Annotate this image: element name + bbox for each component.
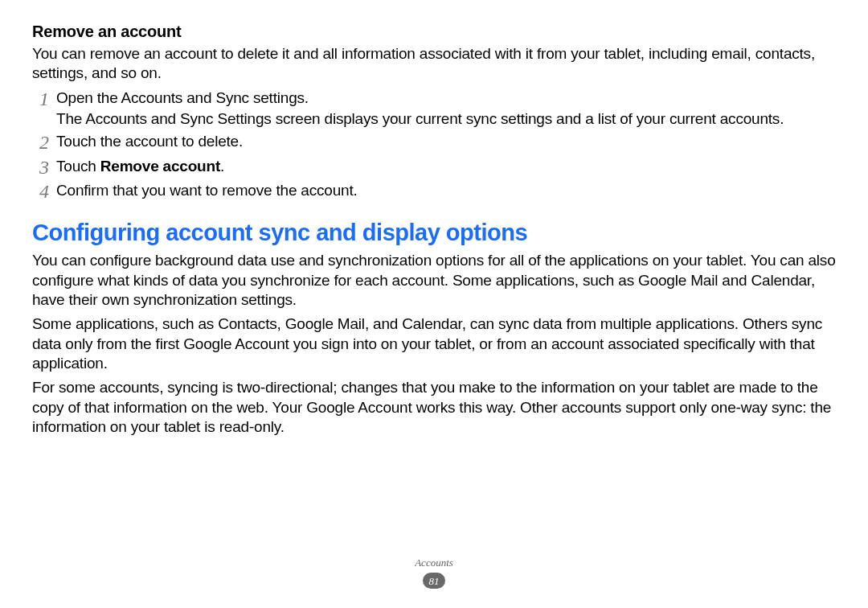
step-text: Confirm that you want to remove the acco…: [56, 181, 358, 200]
step-bold: Remove account: [100, 158, 220, 175]
step-subtext: The Accounts and Sync Settings screen di…: [56, 109, 784, 129]
remove-account-title: Remove an account: [32, 23, 836, 41]
page-content: Remove an account You can remove an acco…: [0, 0, 868, 437]
list-item: 2 Touch the account to delete.: [32, 132, 836, 153]
step-prefix: Touch: [56, 158, 100, 175]
config-para-3: For some accounts, syncing is two-direct…: [32, 378, 836, 437]
step-number: 1: [32, 88, 56, 109]
step-number: 4: [32, 181, 56, 202]
configuring-heading: Configuring account sync and display opt…: [32, 220, 836, 246]
step-number: 2: [32, 132, 56, 153]
list-item: 1 Open the Accounts and Sync settings. T…: [32, 88, 836, 129]
page-number: 81: [429, 576, 440, 586]
page-footer: Accounts 81: [0, 557, 868, 589]
list-item: 3 Touch Remove account.: [32, 157, 836, 178]
step-text: Touch Remove account.: [56, 157, 224, 176]
step-number: 3: [32, 157, 56, 178]
config-para-2: Some applications, such as Contacts, Goo…: [32, 314, 836, 373]
step-text: Open the Accounts and Sync settings. The…: [56, 88, 784, 129]
page-number-badge: 81: [423, 573, 445, 589]
step-suffix: .: [220, 158, 224, 175]
remove-account-steps: 1 Open the Accounts and Sync settings. T…: [32, 88, 836, 203]
config-para-1: You can configure background data use an…: [32, 251, 836, 310]
list-item: 4 Confirm that you want to remove the ac…: [32, 181, 836, 202]
step-text: Touch the account to delete.: [56, 132, 243, 151]
remove-account-intro: You can remove an account to delete it a…: [32, 44, 836, 84]
footer-chapter: Accounts: [0, 557, 868, 569]
step-line: Open the Accounts and Sync settings.: [56, 89, 309, 106]
